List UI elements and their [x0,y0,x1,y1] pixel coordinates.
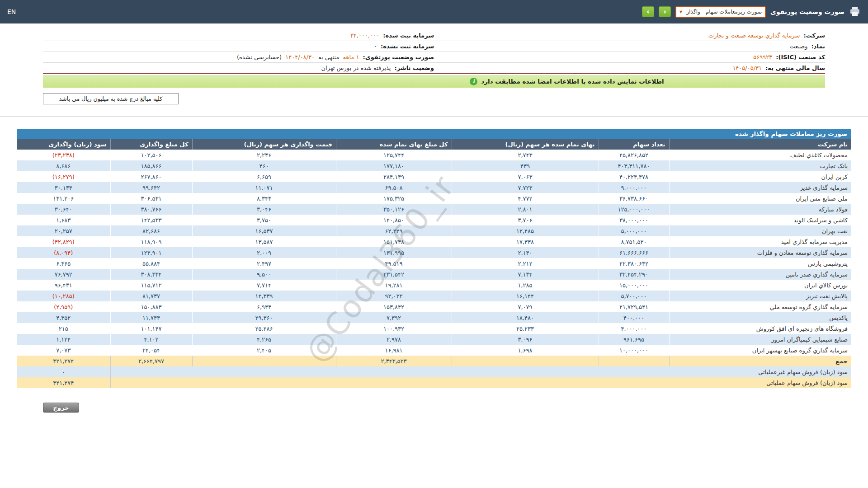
language-toggle[interactable]: EN [7,8,16,15]
summary-rows: جمع ۲,۳۴۳,۵۲۳ ۲,۶۶۴,۷۹۷ ۳۲۱,۲۷۴ سود (زیا… [17,356,851,388]
next-report-button[interactable]: › [659,6,671,17]
total-cost-cell: ۱۳۱,۹۹۵ [336,247,452,258]
transactions-table: نام شرکت تعداد سهام بهای تمام شده هر سهم… [17,139,851,388]
total-transfer-cell: ۵۵,۸۸۴ [110,258,192,269]
header-share-count: تعداد سهام [599,139,669,150]
fiscal-year-field: سال مالی منتهی به: ۱۴۰۵/۰۵/۳۱ [434,65,825,71]
issuer-status-field: وضعیت ناشر: پذیرفته شده در بورس تهران [43,65,434,71]
chevron-down-icon: ▼ [679,10,682,14]
registered-capital-label: سرمایه ثبت شده: [383,32,434,39]
total-cost-cell: ۱۵۳,۸۴۲ [336,301,452,312]
printer-icon [850,7,860,16]
total-empty-cell [452,356,599,366]
company-name-cell: کربن ایران [669,171,851,182]
report-dropdown-value: صورت ریزمعاملات سهام - واگذار [687,9,762,15]
print-button[interactable] [849,6,861,17]
share-count-cell: ۶۱,۶۶۶,۶۶۶ [599,247,669,258]
table-row: بانک تجارت ۴۰۳,۳۱۱,۷۸۰ ۴۳۹ ۱۷۷,۱۸۰ ۴۶۰ ۱… [17,160,851,171]
total-cost-value: ۲,۳۴۳,۵۲۳ [336,356,452,366]
company-info-section: شرکت: سرمایه گذاري توسعه صنعت و تجارت سر… [43,30,825,74]
profit-loss-cell: (۲۳,۲۳۸) [17,150,110,160]
table-header-row: نام شرکت تعداد سهام بهای تمام شده هر سهم… [17,139,851,150]
non-operating-profit-value: ۰ [17,366,110,377]
profit-loss-cell: ۱,۱۲۴ [17,334,110,345]
cost-per-share-cell: ۳,۷۰۶ [452,215,599,225]
cost-per-share-cell: ۳,۰۹۶ [452,334,599,345]
portfolio-period: ۱ ماهه [343,54,359,61]
share-count-cell: ۳۶,۷۳۸,۶۶۰ [599,193,669,204]
table-row: نفت بهران ۵,۰۰۰,۰۰۰ ۱۲,۴۸۵ ۶۲,۴۲۹ ۱۶,۵۳۷… [17,225,851,236]
exit-button[interactable]: خروج [43,403,79,413]
company-name-cell: سرمایه گذاري صدر تامین [669,269,851,280]
company-name-cell: نفت بهران [669,225,851,236]
header-transfer-price-per-share: قیمت واگذاری هر سهم (ریال) [192,139,336,150]
total-cost-cell: ۱۰۰,۹۳۲ [336,323,452,334]
company-name-cell: پتروشیمي پارس [669,258,851,269]
table-row: سرمایه گذاري توسعه معادن و فلزات ۶۱,۶۶۶,… [17,247,851,258]
cost-per-share-cell: ۲,۸۰۱ [452,204,599,215]
share-count-cell: ۴۰,۲۲۴,۴۷۸ [599,171,669,182]
company-label: شرکت: [804,32,825,39]
company-name-cell: سرمایه گذاري غدیر [669,182,851,193]
cost-per-share-cell: ۱۲,۴۸۵ [452,225,599,236]
company-name-cell: سرمایه گذاري توسعه معادن و فلزات [669,247,851,258]
table-row: بورس کالاي ایران ۱۵,۰۰۰,۰۰۰ ۱,۲۸۵ ۱۹,۲۸۱… [17,280,851,291]
cost-per-share-cell: ۴۳۹ [452,160,599,171]
transactions-section: صورت ریز معاملات سهام واگذار شده نام شرک… [17,129,851,388]
total-cost-cell: ۴۹,۵۱۹ [336,258,452,269]
share-count-cell: ۸,۷۵۱,۵۲۰ [599,236,669,247]
share-count-cell: ۳۲,۴۵۴,۲۹۰ [599,269,669,280]
total-label: جمع [669,356,851,366]
unregistered-capital-field: سرمایه ثبت نشده: ۰ [43,43,434,50]
total-transfer-cell: ۴,۱۰۲ [110,334,192,345]
header-total-cost: کل مبلغ بهای تمام شده [336,139,452,150]
table-row: پاکدیس ۴۰۰,۰۰۰ ۱۸,۴۸۰ ۷,۳۹۲ ۲۹,۳۶۰ ۱۱,۷۴… [17,312,851,323]
total-transfer-cell: ۱۴۲,۵۳۳ [110,215,192,225]
table-title: صورت ریز معاملات سهام واگذار شده [17,129,851,139]
unregistered-capital-value: ۰ [374,43,377,50]
prev-report-button[interactable]: ‹ [642,6,654,17]
transfer-price-per-share-cell: ۲,۲۳۶ [192,150,336,160]
info-icon: i [470,78,477,85]
portfolio-statement-field: صورت وضعیت پورتفوی: ۱ ماهه منتهی به ۱۴۰۴… [43,54,434,61]
isic-value: ۵۶۹۹۲۳ [753,54,772,61]
topbar: صورت وضعیت پورتفوی صورت ریزمعاملات سهام … [0,0,868,23]
table-row: ملي صنایع مس ایران ۳۶,۷۳۸,۶۶۰ ۴,۷۷۲ ۱۷۵,… [17,193,851,204]
page-title: صورت وضعیت پورتفوی [770,8,844,15]
report-type-dropdown[interactable]: صورت ریزمعاملات سهام - واگذار ▼ [675,6,766,18]
total-empty-cell [192,356,336,366]
header-profit-loss: سود (زیان) واگذاری [17,139,110,150]
cost-per-share-cell: ۴,۷۷۲ [452,193,599,204]
profit-loss-cell: ۳۰,۶۴۰ [17,204,110,215]
share-count-cell: ۱۰,۰۰۰,۰۰۰ [599,345,669,356]
share-count-cell: ۲۱,۷۲۹,۵۴۱ [599,301,669,312]
share-count-cell: ۳۸,۰۰۰,۰۰۰ [599,215,669,225]
banner-content: اطلاعات نمایش داده شده با اطلاعات امضا ش… [470,78,664,85]
share-count-cell: ۹,۰۰۰,۰۰۰ [599,182,669,193]
total-transfer-cell: ۸۱,۷۳۷ [110,291,192,301]
cost-per-share-cell: ۲,۲۱۲ [452,258,599,269]
transfer-price-per-share-cell: ۱۳,۵۸۷ [192,236,336,247]
cost-per-share-cell: ۲,۱۴۰ [452,247,599,258]
company-name-cell: بانک تجارت [669,160,851,171]
cost-per-share-cell: ۲۵,۲۳۳ [452,323,599,334]
table-row: محصولات کاغذي لطیف ۴۵,۸۲۶,۸۵۲ ۲,۷۴۳ ۱۲۵,… [17,150,851,160]
cost-per-share-cell: ۷,۰۷۹ [452,301,599,312]
registered-capital-field: سرمایه ثبت شده: ۳۴,۰۰۰,۰۰۰ [43,32,434,39]
transfer-price-per-share-cell: ۱۶,۵۳۷ [192,225,336,236]
profit-loss-cell: ۸,۶۸۶ [17,160,110,171]
total-empty-cell [599,356,669,366]
share-count-cell: ۴,۰۰۰,۰۰۰ [599,323,669,334]
operating-profit-label: سود (زیان) فروش سهام عملیاتی [110,377,851,388]
share-count-cell: ۵,۷۰۰,۰۰۰ [599,291,669,301]
info-row: کد صنعت (ISIC): ۵۶۹۹۲۳ صورت وضعیت پورتفو… [43,52,825,63]
issuer-status-label: وضعیت ناشر: [395,65,434,71]
total-cost-cell: ۲۳۱,۵۴۲ [336,269,452,280]
company-name-cell: سرمایه گذاري گروه توسعه ملي [669,301,851,312]
cost-per-share-cell: ۱۷,۳۳۸ [452,236,599,247]
profit-loss-cell: ۱۳۱,۲۰۶ [17,193,110,204]
transactions-table-body: محصولات کاغذي لطیف ۴۵,۸۲۶,۸۵۲ ۲,۷۴۳ ۱۲۵,… [17,150,851,356]
issuer-status-value: پذیرفته شده در بورس تهران [321,65,391,71]
total-transfer-cell: ۱۰۱,۱۴۷ [110,323,192,334]
non-operating-profit-label: سود (زیان) فروش سهام غیرعملیاتی [110,366,851,377]
